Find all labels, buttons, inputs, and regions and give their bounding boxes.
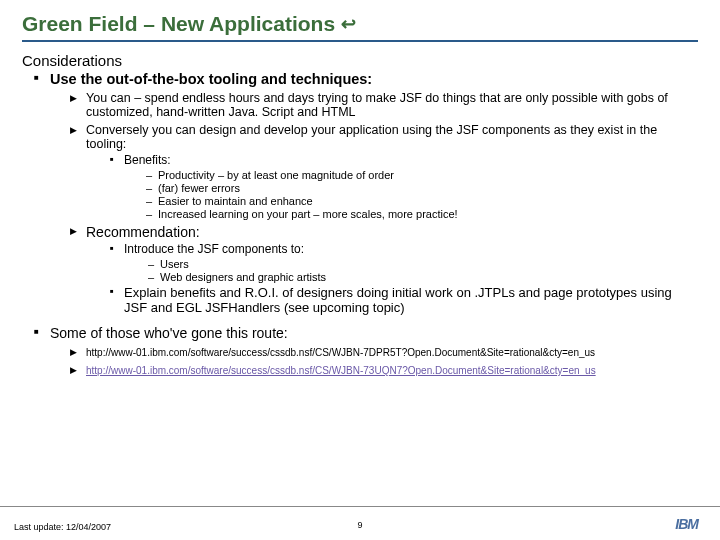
rec-intro: Introduce the JSF components to: Users W… bbox=[110, 242, 698, 283]
recommendation-label: Recommendation: bbox=[86, 224, 200, 240]
benefit-item: Productivity – by at least one magnitude… bbox=[146, 169, 698, 181]
benefit-item: (far) fewer errors bbox=[146, 182, 698, 194]
last-update: Last update: 12/04/2007 bbox=[14, 522, 111, 532]
sub-conversely: Conversely you can design and develop yo… bbox=[70, 123, 698, 220]
url2-link[interactable]: http://www-01.ibm.com/software/success/c… bbox=[86, 365, 596, 376]
some-label-text: Some of those who've gone this route: bbox=[50, 325, 288, 341]
bullet-tooling: Use the out-of-the-box tooling and techn… bbox=[34, 71, 698, 315]
benefit-item: Easier to maintain and enhance bbox=[146, 195, 698, 207]
rec-explain: Explain benefits and R.O.I. of designers… bbox=[110, 285, 698, 315]
bullet-tooling-text: Use the out-of-the-box tooling and techn… bbox=[50, 71, 372, 87]
sub-spend-hours: You can – spend endless hours and days t… bbox=[70, 91, 698, 119]
footer: Last update: 12/04/2007 9 IBM bbox=[0, 506, 720, 532]
url-item-1: http://www-01.ibm.com/software/success/c… bbox=[70, 345, 698, 359]
url1-text: http://www-01.ibm.com/software/success/c… bbox=[86, 347, 595, 358]
title-text: Green Field – New Applications bbox=[22, 12, 335, 36]
page-number: 9 bbox=[357, 520, 362, 530]
benefit-item: Increased learning on your part – more s… bbox=[146, 208, 698, 220]
url-item-2: http://www-01.ibm.com/software/success/c… bbox=[70, 363, 698, 377]
ibm-logo: IBM bbox=[675, 516, 698, 532]
slide-title: Green Field – New Applications ↩ bbox=[22, 12, 698, 42]
rec-intro-text: Introduce the JSF components to: bbox=[124, 242, 304, 256]
rec-item: Web designers and graphic artists bbox=[148, 271, 698, 283]
return-arrow-icon: ↩ bbox=[341, 13, 356, 35]
considerations-heading: Considerations bbox=[22, 52, 698, 69]
sub-conversely-text: Conversely you can design and develop yo… bbox=[86, 123, 657, 151]
rec-item: Users bbox=[148, 258, 698, 270]
benefits-label: Benefits: bbox=[110, 153, 698, 167]
recommendation: Recommendation: Introduce the JSF compon… bbox=[70, 224, 698, 315]
bullet-some-gone: Some of those who've gone this route: ht… bbox=[34, 325, 698, 377]
